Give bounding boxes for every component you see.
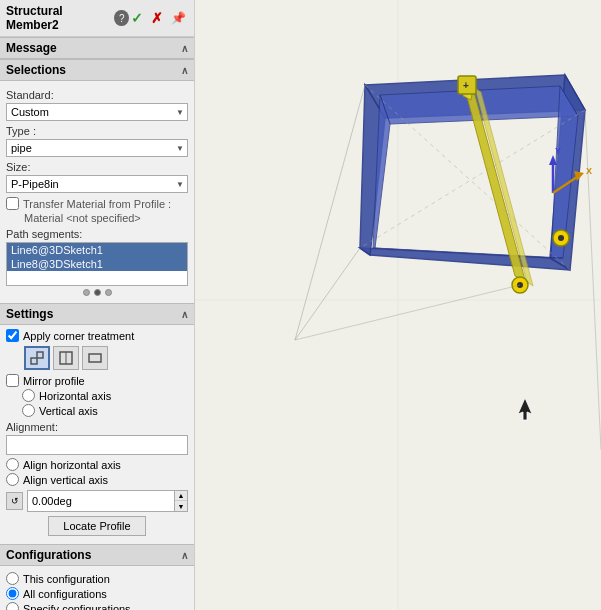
align-vertical-label: Align vertical axis [23,474,108,486]
svg-text:X: X [586,166,592,176]
spinner-up[interactable]: ▲ [175,491,187,501]
mirror-profile-checkbox[interactable] [6,374,19,387]
vertical-axis-radio[interactable] [22,404,35,417]
svg-rect-0 [31,358,37,364]
dot-3 [105,289,112,296]
cancel-button[interactable]: ✗ [149,10,165,26]
configurations-section-header[interactable]: Configurations ∧ [0,544,194,566]
configurations-content: This configuration All configurations Sp… [0,566,194,610]
dot-1 [83,289,90,296]
align-horizontal-radio[interactable] [6,458,19,471]
settings-collapse-arrow: ∧ [181,309,188,320]
alignment-input[interactable] [6,435,188,455]
align-horizontal-label: Align horizontal axis [23,459,121,471]
transfer-material-row: Transfer Material from Profile : [6,197,188,210]
type-dropdown-wrapper: pipe tube beam [6,139,188,157]
standard-dropdown-wrapper: Custom ANSI ISO [6,103,188,121]
this-config-label: This configuration [23,573,110,585]
path-segments-list[interactable]: Line6@3DSketch1 Line8@3DSketch1 [6,242,188,286]
all-configs-label: All configurations [23,588,107,600]
treatment-buttons [24,346,188,370]
transfer-material-checkbox[interactable] [6,197,19,210]
svg-rect-4 [89,354,101,362]
message-collapse-arrow: ∧ [181,43,188,54]
degree-input[interactable] [27,490,175,512]
this-config-radio[interactable] [6,572,19,585]
align-v-row: Align vertical axis [6,473,188,486]
align-h-row: Align horizontal axis [6,458,188,471]
degree-spinner: ▲ ▼ [175,490,188,512]
path-segments-label: Path segments: [6,228,188,240]
size-dropdown-wrapper: P-Pipe8in P-Pipe6in P-Pipe4in [6,175,188,193]
standard-label: Standard: [6,89,188,101]
apply-treatment-checkbox[interactable] [6,329,19,342]
spinner-down[interactable]: ▼ [175,501,187,511]
treatment-btn-1[interactable] [24,346,50,370]
horizontal-axis-radio[interactable] [22,389,35,402]
all-configs-radio[interactable] [6,587,19,600]
vertical-axis-row: Vertical axis [22,404,188,417]
type-dropdown[interactable]: pipe tube beam [6,139,188,157]
standard-dropdown[interactable]: Custom ANSI ISO [6,103,188,121]
degree-input-wrapper: ▲ ▼ [27,490,188,512]
align-vertical-radio[interactable] [6,473,19,486]
selections-collapse-arrow: ∧ [181,65,188,76]
alignment-label: Alignment: [6,421,188,433]
horizontal-axis-row: Horizontal axis [22,389,188,402]
rotation-icon: ↺ [6,492,23,510]
degree-row: ↺ ▲ ▼ [6,490,188,512]
svg-point-28 [558,235,564,241]
selections-section-label: Selections [6,63,66,77]
specify-configs-label: Specify configurations [23,603,131,611]
confirm-button[interactable]: ✓ [129,10,145,26]
svg-rect-1 [37,352,43,358]
size-dropdown[interactable]: P-Pipe8in P-Pipe6in P-Pipe4in [6,175,188,193]
material-value: Material <not specified> [24,212,188,224]
message-section-header[interactable]: Message ∧ [0,37,194,59]
locate-profile-button[interactable]: Locate Profile [48,516,145,536]
transfer-material-label: Transfer Material from Profile : [23,198,171,210]
configurations-section-label: Configurations [6,548,91,562]
configurations-collapse-arrow: ∧ [181,550,188,561]
dot-2 [94,289,101,296]
selections-section-header[interactable]: Selections ∧ [0,59,194,81]
settings-section-header[interactable]: Settings ∧ [0,303,194,325]
specify-configs-radio[interactable] [6,602,19,610]
selections-content: Standard: Custom ANSI ISO Type : pipe tu… [0,81,194,303]
vertical-axis-label: Vertical axis [39,405,98,417]
all-configs-row: All configurations [6,587,188,600]
mirror-profile-label: Mirror profile [23,375,85,387]
list-item[interactable]: Line8@3DSketch1 [7,257,187,271]
viewport-svg: + Y X [195,0,601,610]
treatment-btn-2[interactable] [53,346,79,370]
apply-treatment-row: Apply corner treatment [6,329,188,342]
panel-header: Structural Member2 ? ✓ ✗ 📌 [0,0,194,37]
svg-text:+: + [463,80,469,91]
dots-row [6,289,188,296]
treatment-btn-3[interactable] [82,346,108,370]
panel-title: Structural Member2 [6,4,108,32]
settings-section-label: Settings [6,307,53,321]
pin-button[interactable]: 📌 [169,11,188,25]
viewport[interactable]: + Y X [195,0,601,610]
settings-content: Apply corner treatment [0,325,194,544]
message-section-label: Message [6,41,57,55]
header-icons: ✓ ✗ 📌 [129,10,188,26]
svg-text:Y: Y [555,146,561,156]
apply-treatment-label: Apply corner treatment [23,330,134,342]
left-panel: Structural Member2 ? ✓ ✗ 📌 Message ∧ Sel… [0,0,195,610]
list-item[interactable]: Line6@3DSketch1 [7,243,187,257]
specify-configs-row: Specify configurations [6,602,188,610]
horizontal-axis-label: Horizontal axis [39,390,111,402]
type-label: Type : [6,125,188,137]
size-label: Size: [6,161,188,173]
help-icon[interactable]: ? [114,10,129,26]
mirror-profile-row: Mirror profile [6,374,188,387]
this-config-row: This configuration [6,572,188,585]
